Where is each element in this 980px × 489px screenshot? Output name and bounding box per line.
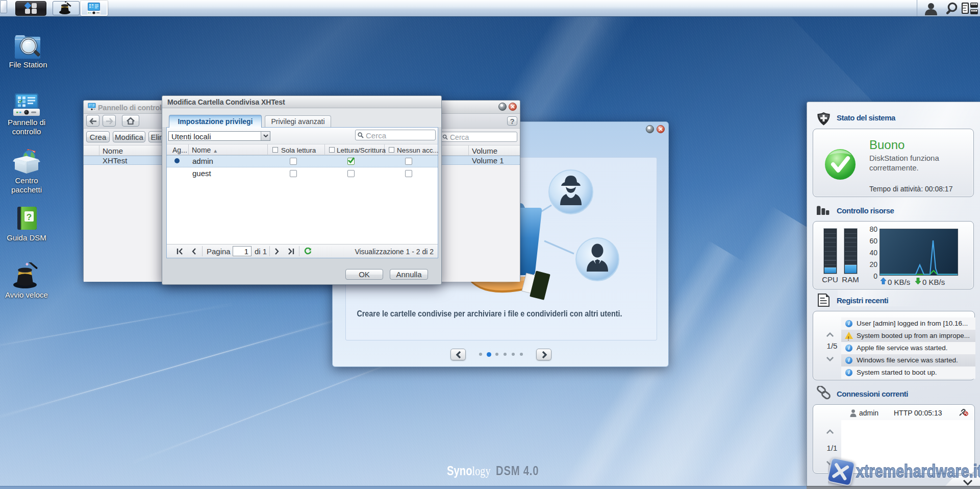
svg-text:xtremehardware.it: xtremehardware.it (856, 461, 980, 481)
svg-text:?: ? (27, 212, 32, 222)
